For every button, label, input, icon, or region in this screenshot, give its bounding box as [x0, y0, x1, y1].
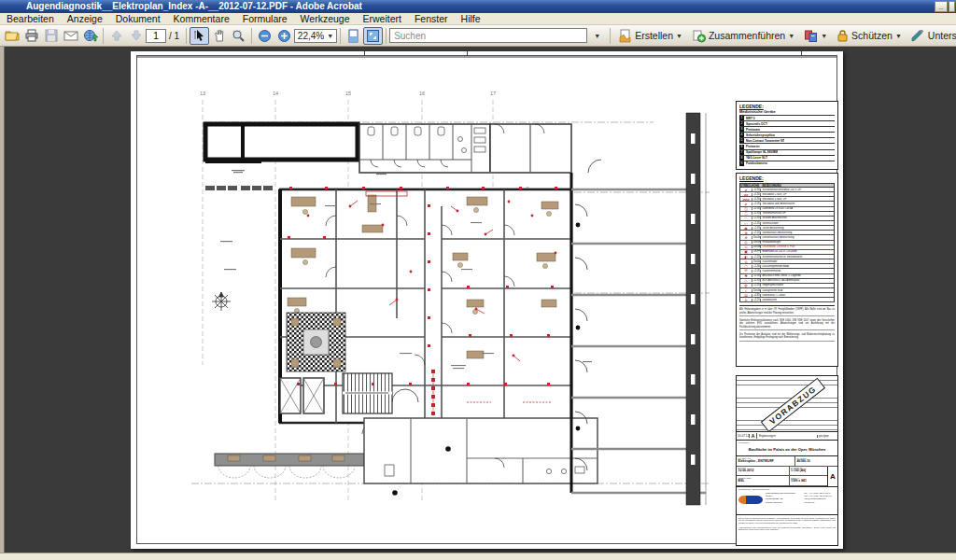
open-button[interactable] — [2, 27, 21, 45]
select-tool-button[interactable] — [190, 27, 209, 45]
search-options-button[interactable]: ▼ — [587, 27, 607, 45]
marquee-zoom-button[interactable] — [229, 27, 248, 45]
scrolling-mode-button[interactable] — [344, 27, 363, 45]
previous-view-button[interactable] — [106, 27, 126, 45]
device-number: 2 — [739, 121, 744, 126]
lock-icon — [836, 29, 849, 42]
legend-medical-devices: LEGENDE: Medizinische Geräte 1 MRT 3 2 S… — [736, 101, 838, 170]
symbol-description: Datendose 2x RJ45 Cat.6A — [761, 207, 834, 210]
mounting-height: +2.20 — [752, 231, 761, 234]
revision-text: Ergänzungen — [757, 434, 817, 438]
symbol-description: Sicherheitsleuchte m. Einzelbatterie — [761, 256, 834, 259]
symbol-description: Deckenauslass Beleuchtung — [761, 236, 834, 239]
revision-checked: gez./gepr. — [817, 435, 837, 438]
menu-item[interactable]: Werkzeuge — [294, 13, 357, 24]
page-count-label: / 1 — [169, 31, 179, 41]
symbol-description: Wandauslass Beleuchtung — [761, 231, 834, 234]
date-value: 10.06.2012 — [738, 469, 754, 472]
symbol-description: Steckdose 3-fach, UP — [761, 198, 834, 201]
pdf-page: 13 14 15 16 17 G H — [131, 51, 843, 549]
fit-page-button[interactable] — [363, 27, 383, 45]
index-letter: A — [827, 467, 837, 486]
device-number: 9 — [739, 161, 744, 166]
sign-button[interactable]: Unterschreiben▼ — [907, 28, 956, 44]
export-button[interactable]: ▼ — [799, 27, 832, 45]
symbol-description: Schalter Aus/Wechsel — [761, 217, 834, 219]
menu-item[interactable]: Anzeige — [61, 13, 109, 24]
grid-label-14: 14 — [273, 91, 278, 96]
symbol-description: Rauchmelder — [761, 260, 834, 263]
zoom-in-button[interactable] — [274, 27, 294, 45]
menu-item[interactable]: Dokument — [109, 13, 167, 24]
title-bar[interactable]: Augendiagnostik__Elektroplan_Index -A-__… — [0, 0, 956, 13]
document-canvas[interactable]: 13 14 15 16 17 G H — [0, 47, 956, 553]
acrobat-window: Augendiagnostik__Elektroplan_Index -A-__… — [0, 0, 956, 560]
window-title: Augendiagnostik__Elektroplan_Index -A-__… — [26, 1, 362, 11]
menu-item[interactable]: Fenster — [408, 13, 455, 24]
globe-upload-icon — [83, 28, 98, 43]
device-number: 7 — [739, 150, 744, 155]
create-button[interactable]: Erstellen▼ — [613, 27, 687, 45]
export-icon — [804, 29, 818, 43]
device-number: 1 — [739, 116, 744, 120]
floor-plan: 13 14 15 16 17 G H — [187, 85, 733, 507]
upload-web-button[interactable] — [80, 27, 100, 45]
chevron-down-icon: ▼ — [821, 33, 827, 39]
maximize-button[interactable] — [949, 1, 955, 12]
hand-icon — [213, 29, 226, 42]
chevron-down-icon: ▼ — [594, 33, 600, 39]
menu-item[interactable]: Formulare — [236, 13, 294, 24]
symbol-description: Schutzkontaktsteckdose 230 V, UP — [761, 189, 834, 191]
revision-entry: 10.07.12 A Ergänzungen gez./gepr. — [737, 432, 837, 441]
device-number: 8 — [739, 156, 744, 161]
grid-label-15: 15 — [345, 91, 351, 96]
menu-item[interactable]: Erweitert — [357, 13, 408, 24]
col-description: BEZEICHNUNG — [761, 184, 834, 188]
combine-button[interactable]: Zusammenführen▼ — [687, 27, 799, 45]
trim-mark — [364, 51, 365, 56]
legend-electrical-symbols: LEGENDE: SYMBOL HÖHE BEZEICHNUNG ⌀ +0.30… — [736, 173, 838, 367]
hand-tool-button[interactable] — [209, 27, 229, 45]
project-row: PROJEKT: Baufläche im Palais an der Oper… — [737, 441, 837, 456]
device-name: Spaltlampe SL 990/BM — [746, 150, 778, 154]
symbol-description: Wandleuchte — [761, 299, 834, 301]
sign-label: Unterschreiben — [928, 30, 956, 41]
zoom-out-button[interactable] — [255, 27, 274, 45]
symbol-description: Steckdose 2-fach, UP — [761, 193, 834, 196]
nav-pane-collapsed-strip[interactable] — [0, 47, 5, 553]
grid-label-17: 17 — [490, 91, 496, 96]
mounting-height: Decke — [752, 241, 761, 244]
create-pdf-icon — [618, 29, 632, 43]
zoom-level-select[interactable]: 22,4% ▼ — [294, 29, 337, 43]
page-number-input[interactable] — [146, 29, 166, 43]
menu-item[interactable]: Bearbeiten — [0, 13, 61, 24]
mounting-height: +0.30 — [752, 212, 761, 215]
mounting-height: +1.05 — [752, 227, 761, 230]
revision-index: A — [750, 433, 757, 439]
project-label: PROJEKT: — [738, 441, 836, 444]
combine-label: Zusammenführen — [709, 30, 785, 41]
minimize-button[interactable]: _ — [935, 1, 948, 12]
mounting-height: +1.40 — [752, 265, 761, 268]
legal-paragraph: Dieser Plan ist urheberrechtlich geschüt… — [738, 517, 836, 525]
email-button[interactable] — [61, 27, 80, 45]
protect-button[interactable]: Schützen▼ — [832, 27, 907, 44]
print-button[interactable] — [21, 27, 41, 45]
menu-item[interactable]: Kommentare — [167, 13, 236, 24]
save-button[interactable] — [41, 27, 61, 45]
create-label: Erstellen — [635, 30, 673, 41]
legend2-row: ⊘ +2.20 Wandleuchte — [740, 298, 834, 302]
mounting-height: Decke — [752, 260, 761, 263]
device-number: 5 — [739, 138, 744, 143]
magnifier-icon — [232, 29, 246, 43]
search-input[interactable] — [389, 28, 587, 43]
drawn-by-label: GEZEICHNET: — [738, 477, 788, 479]
mounting-height: +1.05 — [752, 222, 761, 225]
menu-item[interactable]: Hilfe — [455, 13, 487, 24]
plan-number-value: 46186-10 — [796, 459, 809, 463]
symbol-description: Gegensprechstelle — [761, 284, 834, 287]
next-view-button[interactable] — [126, 27, 146, 45]
zoom-level-value: 22,4% — [298, 31, 324, 41]
device-name: Funduskamera — [746, 161, 767, 165]
combine-files-icon — [692, 29, 706, 43]
